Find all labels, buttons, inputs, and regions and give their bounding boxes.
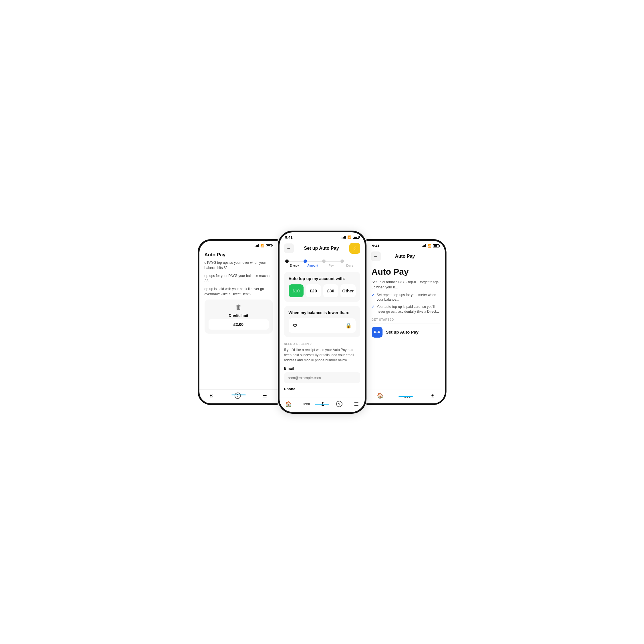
amount-30-button[interactable]: £30 [323, 284, 338, 297]
right-wifi-icon: 📶 [427, 244, 431, 248]
left-body-text-3: op-up is paid with your bank ll never go… [205, 286, 273, 297]
amount-20-button[interactable]: £20 [306, 284, 321, 297]
check-item-2: ✓ Your auto top-up is paid card, so you'… [372, 304, 440, 314]
receipt-section: NEED A RECEIPT? If you'd like a receipt … [284, 341, 360, 395]
step-label-done: Done [346, 264, 353, 267]
amount-10-button[interactable]: £10 [289, 284, 304, 297]
center-bottom-nav: 🏠 £ ? ☰ [280, 397, 365, 412]
step-energy: Energy [285, 259, 304, 267]
right-content: Auto Pay Set up automatic PAYG top-u... … [366, 263, 445, 389]
center-nav-menu[interactable]: ☰ [351, 400, 362, 409]
balance-value: £2 [293, 323, 298, 328]
setup-btn-label: Set up Auto Pay [386, 330, 419, 334]
step-dot-pay [322, 259, 326, 263]
center-nav-help[interactable]: ? [333, 400, 345, 408]
left-card: 🗑 Credit limit £2.00 [205, 300, 273, 334]
center-back-button[interactable]: ← [284, 243, 294, 253]
receipt-label: NEED A RECEIPT? [284, 342, 360, 346]
step-label-pay: Pay [329, 264, 334, 267]
email-input[interactable] [284, 372, 360, 383]
signal-icon [342, 236, 346, 239]
balance-input-row[interactable]: £2 🔒 [289, 318, 356, 333]
scene: 📶 Auto Pay c PAYG top-ups so you never w… [171, 219, 474, 425]
check-text-1: Set repeat top-ups for yo... meter when … [377, 293, 440, 302]
checkmark-1: ✓ [372, 293, 374, 302]
step-amount: Amount [304, 259, 322, 267]
left-nav-menu[interactable]: ☰ [259, 391, 270, 400]
right-time: 9:41 [372, 244, 380, 248]
left-body-text-1: c PAYG top-ups so you never when your ba… [205, 260, 273, 270]
right-nav-home[interactable]: 🏠 [374, 391, 387, 400]
center-nav-title: Set up Auto Pay [304, 246, 339, 251]
phone-center: 9:41 📶 ← Set up Auto Pay ⚡ [278, 231, 366, 414]
center-nav-home[interactable]: 🏠 [282, 400, 295, 409]
center-nav-header: ← Set up Auto Pay ⚡ [280, 241, 365, 256]
left-content: Auto Pay c PAYG top-ups so you never whe… [199, 249, 278, 389]
check-item-1: ✓ Set repeat top-ups for yo... meter whe… [372, 293, 440, 302]
step-dot-amount [304, 259, 307, 263]
right-status-bar: 9:41 📶 [366, 241, 445, 249]
step-dot-done [340, 259, 344, 263]
phone-label: Phone [284, 387, 360, 391]
step-label-energy: Energy [290, 264, 299, 267]
right-bottom-nav: 🏠 £ [366, 389, 445, 403]
left-page-title: Auto Pay [205, 252, 273, 258]
lock-icon: 🔒 [345, 322, 352, 329]
step-line-1 [289, 261, 304, 261]
left-bottom-nav: £ ? ☰ [199, 389, 278, 403]
step-line-2 [307, 261, 322, 261]
check-text-2: Your auto top-up is paid card, so you'll… [377, 304, 440, 314]
left-nav-help[interactable]: ? [232, 391, 244, 400]
balance-card-title: When my balance is lower than: [289, 310, 356, 315]
center-time: 9:41 [285, 235, 293, 239]
step-done: Done [340, 259, 359, 267]
setup-autopay-button[interactable]: Set up Auto Pay [372, 327, 440, 338]
center-action-button[interactable]: ⚡ [349, 243, 360, 254]
right-body-text: Set up automatic PAYG top-u... forget to… [372, 280, 440, 290]
center-status-bar: 9:41 📶 [280, 232, 365, 241]
step-pay: Pay [322, 259, 341, 267]
right-battery-icon [433, 244, 439, 247]
trash-icon: 🗑 [235, 304, 242, 311]
infinity-icon [372, 327, 383, 338]
amount-grid: £10 £20 £30 Other [289, 284, 356, 297]
topup-card: Auto top-up my account with: £10 £20 £30… [284, 272, 360, 302]
balance-card: When my balance is lower than: £2 🔒 [284, 306, 360, 337]
step-label-amount: Amount [307, 264, 318, 267]
right-nav-header: ← Auto Pay [366, 249, 445, 263]
battery-icon [353, 236, 359, 239]
email-label: Email [284, 366, 360, 370]
right-nav-currency[interactable]: £ [429, 391, 437, 400]
credit-value: £2.00 [209, 319, 269, 330]
left-body-text-2: op-ups for your PAYG your balance reache… [205, 273, 273, 284]
step-dot-energy [285, 259, 289, 263]
step-line-3 [326, 261, 341, 261]
right-page-title: Auto Pay [372, 267, 440, 277]
left-nav-currency[interactable]: £ [207, 392, 216, 400]
right-nav-title: Auto Pay [395, 254, 415, 259]
get-started-label: GET STARTED [372, 318, 440, 321]
phone-right: 9:41 📶 ← Auto Pay [366, 239, 447, 405]
center-nav-usage[interactable] [301, 401, 313, 407]
center-content: Auto top-up my account with: £10 £20 £30… [280, 269, 365, 397]
progress-steps: Energy Amount Pay [280, 256, 365, 269]
right-signal-icon [422, 244, 426, 247]
receipt-description: If you'd like a receipt when your Auto P… [284, 347, 360, 363]
credit-limit-label: Credit limit [229, 313, 248, 318]
phone-left: 📶 Auto Pay c PAYG top-ups so you never w… [198, 239, 278, 405]
wifi-icon: 📶 [347, 235, 351, 239]
topup-card-title: Auto top-up my account with: [289, 276, 356, 281]
right-back-button[interactable]: ← [371, 251, 381, 261]
checkmark-2: ✓ [372, 304, 374, 314]
svg-point-0 [304, 403, 305, 405]
left-status-bar: 📶 [199, 241, 278, 249]
amount-other-button[interactable]: Other [340, 284, 356, 297]
get-started-divider [372, 324, 440, 324]
